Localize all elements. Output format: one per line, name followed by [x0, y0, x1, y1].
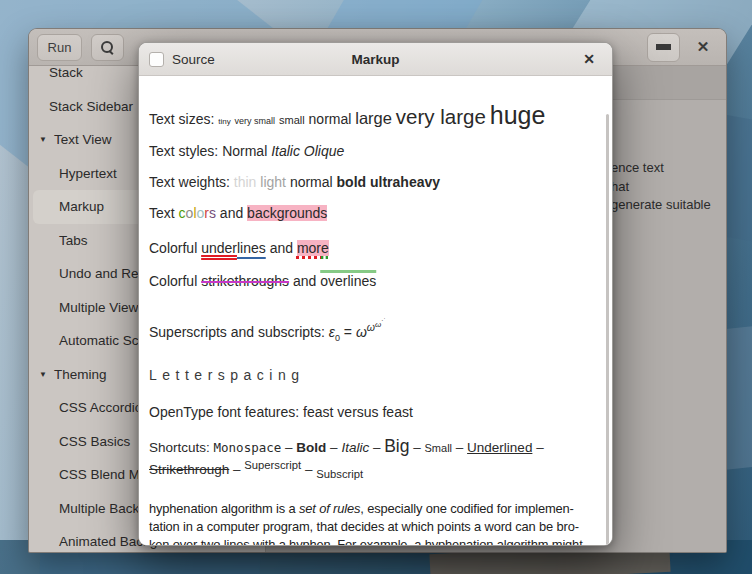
sidebar-item-label: Theming [54, 367, 107, 382]
description-line: generate suitable [611, 196, 726, 215]
text-sizes-line: Text sizes: tiny very small small normal… [149, 101, 602, 130]
dialog-headerbar: Source Markup ✕ [139, 43, 612, 76]
sidebar-item-label: Stack [49, 66, 83, 80]
run-button[interactable]: Run [37, 34, 82, 61]
sidebar-item-label: Text View [54, 132, 112, 147]
sidebar-item-label: CSS Basics [59, 434, 130, 449]
dialog-close-button[interactable]: ✕ [576, 46, 602, 72]
description-line: hat [611, 178, 726, 197]
menu-button[interactable] [647, 33, 680, 62]
search-icon [101, 41, 114, 54]
hamburger-icon [656, 44, 671, 50]
source-toggle[interactable]: Source [149, 52, 215, 67]
expander-arrow-icon[interactable]: ▼ [39, 135, 47, 144]
sidebar-item-label: Tabs [59, 233, 88, 248]
window-close-button[interactable]: ✕ [688, 33, 718, 62]
colored-letters: colors [179, 205, 216, 221]
source-label: Source [172, 52, 215, 67]
description-line: ence text [611, 159, 726, 178]
sidebar-item-label: CSS Accordion [59, 400, 150, 415]
markup-dialog: Source Markup ✕ Text sizes: tiny very sm… [138, 42, 613, 546]
superscripts-line: Superscripts and subscripts: ε0 = ωωω·· [149, 318, 602, 343]
text-weights-line: Text weights: thin light normal bold ult… [149, 174, 602, 190]
letterspacing-line: Letterspacing [149, 367, 602, 383]
hyphenation-paragraph: hyphenation algorithm is a set of rules,… [149, 500, 602, 545]
scrollbar[interactable] [606, 114, 609, 545]
expander-arrow-icon[interactable]: ▼ [39, 370, 47, 379]
source-checkbox[interactable] [149, 52, 164, 67]
opentype-line: OpenType font features: feast versus fea… [149, 404, 602, 420]
markup-textview[interactable]: Text sizes: tiny very small small normal… [139, 76, 612, 545]
desktop-wallpaper: Run ✕ Stack Stack Sidebar ▼Text View Hyp… [0, 0, 752, 574]
paragraph-line: tation in a computer program, that decid… [149, 518, 602, 536]
strikethroughs-line: Colorful strikethroughs and overlines [149, 273, 602, 289]
shortcuts-line: Shortcuts: Monospace – Bold – Italic – B… [149, 436, 604, 485]
paragraph-line: hyphenation algorithm is a set of rules,… [149, 500, 602, 518]
demo-description-text: ence text hat generate suitable [611, 159, 726, 215]
sidebar-item-label: Markup [59, 199, 104, 214]
paragraph-line: ken over two lines with a hyphen. For ex… [149, 536, 602, 545]
underlines-line: Colorful underlines and more [149, 240, 602, 256]
search-button[interactable] [91, 34, 124, 61]
text-styles-line: Text styles: Normal Italic Olique [149, 143, 602, 159]
sidebar-item-label: Multiple Views [59, 300, 145, 315]
text-colors-line: Text colors and backgrounds [149, 205, 602, 221]
sidebar-item-label: Hypertext [59, 166, 117, 181]
sidebar-item-label: Stack Sidebar [49, 99, 133, 114]
